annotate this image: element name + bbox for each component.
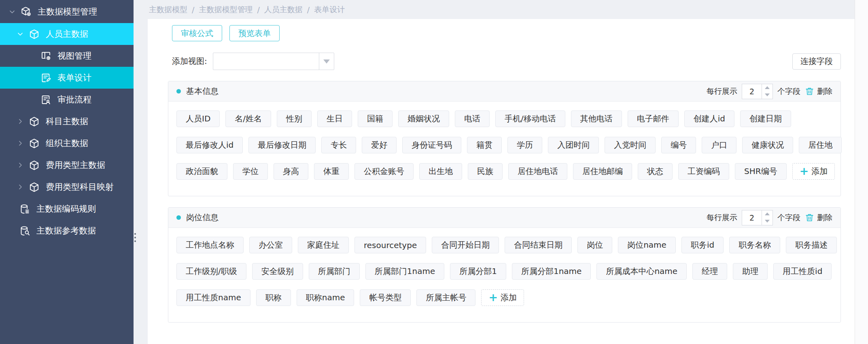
delete-section-button[interactable]: 删除 (805, 212, 832, 223)
field-chip[interactable]: 居住地 (799, 137, 842, 153)
field-chip[interactable]: 状态 (638, 163, 673, 180)
sidebar-item-organization-master-data[interactable]: 组织主数据 (0, 132, 134, 154)
breadcrumb-item[interactable]: 人员主数据 (264, 4, 303, 15)
field-chip[interactable]: 所属部门 (309, 263, 360, 280)
field-chip[interactable]: 婚姻状况 (398, 110, 449, 127)
field-chip[interactable]: 所属成本中心name (596, 263, 687, 280)
sidebar-item-expense-type-master-data[interactable]: 费用类型主数据 (0, 154, 134, 176)
field-chip[interactable]: 家庭住址 (298, 237, 349, 253)
field-chip[interactable]: 体重 (314, 163, 349, 180)
field-chip[interactable]: 编号 (661, 137, 696, 153)
field-chip[interactable]: 所属部门1name (365, 263, 444, 280)
field-chip[interactable]: 帐号类型 (360, 289, 411, 306)
sidebar-item-personnel-master-data[interactable]: 人员主数据 (0, 23, 134, 45)
field-chip[interactable]: 手机/移动电话 (495, 110, 565, 127)
field-chip[interactable]: 用工性质id (773, 263, 832, 280)
field-chip[interactable]: SHR编号 (735, 163, 787, 180)
field-chip[interactable]: 专长 (321, 137, 356, 153)
field-chip[interactable]: 工作级别/职级 (176, 263, 246, 280)
field-chip[interactable]: 爱好 (362, 137, 397, 153)
sidebar-resize-handle[interactable] (133, 233, 137, 242)
sidebar-item-subject-master-data[interactable]: 科目主数据 (0, 110, 134, 132)
chevron-right-icon[interactable] (16, 161, 24, 169)
sidebar-item-master-data-model-management[interactable]: 主数据模型管理 (0, 0, 134, 23)
chevron-right-icon[interactable] (16, 183, 24, 191)
field-chip[interactable]: 所属分部1 (450, 263, 506, 280)
add-view-select[interactable] (213, 53, 334, 70)
field-chip[interactable]: 岗位 (577, 237, 612, 253)
decrement-button[interactable] (762, 91, 772, 99)
field-chip[interactable]: 安全级别 (252, 263, 303, 280)
sidebar-item-expense-type-subject-mapping[interactable]: 费用类型科目映射 (0, 176, 134, 198)
field-chip[interactable]: 最后修改日期 (248, 137, 316, 153)
field-chip[interactable]: 学历 (507, 137, 542, 153)
field-chip[interactable]: 健康状况 (742, 137, 793, 153)
field-chip[interactable]: 职务名称 (729, 237, 780, 253)
field-chip[interactable]: 最后修改人id (176, 137, 243, 153)
chevron-down-icon[interactable] (16, 30, 24, 38)
increment-button[interactable] (762, 84, 772, 91)
preview-form-button[interactable]: 预览表单 (229, 25, 280, 41)
chevron-right-icon[interactable] (16, 139, 24, 147)
field-chip[interactable]: 工资编码 (678, 163, 729, 180)
field-chip[interactable]: 身份证号码 (402, 137, 461, 153)
chevron-down-icon[interactable] (319, 53, 334, 70)
field-chip[interactable]: 其他电话 (571, 110, 622, 127)
field-chip[interactable]: 工作地点名称 (176, 237, 244, 253)
field-chip[interactable]: 性别 (277, 110, 312, 127)
sidebar-item-view-management[interactable]: 视图管理 (0, 45, 134, 67)
breadcrumb-item[interactable]: 主数据模型管理 (199, 4, 253, 15)
field-chip[interactable]: 身高 (274, 163, 308, 180)
add-field-button[interactable]: +添加 (792, 163, 835, 180)
delete-section-button[interactable]: 删除 (805, 86, 832, 97)
add-field-button[interactable]: +添加 (481, 289, 524, 306)
per-row-count-input[interactable]: 2 (742, 84, 773, 99)
audit-formula-button[interactable]: 审核公式 (172, 25, 222, 41)
sidebar-item-approval-process[interactable]: 审批流程 (0, 89, 134, 110)
field-chip[interactable]: 民族 (468, 163, 503, 180)
field-chip[interactable]: 创建人id (684, 110, 734, 127)
field-chip[interactable]: 合同开始日期 (432, 237, 499, 253)
breadcrumb-item[interactable]: 表单设计 (314, 4, 345, 15)
field-chip[interactable]: 国籍 (358, 110, 393, 127)
field-chip[interactable]: 所属分部1name (512, 263, 591, 280)
sidebar-item-master-data-coding-rules[interactable]: 主数据编码规则 (0, 198, 134, 220)
chevron-right-icon[interactable] (16, 117, 24, 125)
sidebar-item-form-design[interactable]: 表单设计 (0, 67, 134, 89)
field-chip[interactable]: 电话 (455, 110, 490, 127)
field-chip[interactable]: 居住地电话 (508, 163, 567, 180)
increment-button[interactable] (762, 210, 772, 218)
field-chip[interactable]: 创建日期 (740, 110, 791, 127)
field-chip[interactable]: 出生地 (419, 163, 462, 180)
field-chip[interactable]: 经理 (692, 263, 727, 280)
field-chip[interactable]: 公积金账号 (354, 163, 414, 180)
field-chip[interactable]: 职称name (297, 289, 354, 306)
per-row-count-input[interactable]: 2 (742, 210, 773, 225)
chevron-down-icon[interactable] (8, 8, 16, 16)
field-chip[interactable]: 办公室 (249, 237, 292, 253)
field-chip[interactable]: resourcetype (354, 237, 426, 253)
connect-fields-button[interactable]: 连接字段 (792, 53, 841, 70)
field-chip[interactable]: 用工性质name (176, 289, 250, 306)
field-chip[interactable]: 学位 (233, 163, 268, 180)
field-chip[interactable]: 户口 (702, 137, 736, 153)
field-chip[interactable]: 入党时间 (605, 137, 656, 153)
field-chip[interactable]: 职务id (681, 237, 724, 253)
field-chip[interactable]: 电子邮件 (628, 110, 679, 127)
sidebar-item-master-data-reference-data[interactable]: 主数据参考数据 (0, 220, 134, 242)
vertical-scrollbar[interactable] (855, 0, 868, 344)
field-chip[interactable]: 居住地邮编 (573, 163, 632, 180)
field-chip[interactable]: 合同结束日期 (505, 237, 572, 253)
field-chip[interactable]: 助理 (733, 263, 768, 280)
field-chip[interactable]: 入团时间 (548, 137, 599, 153)
decrement-button[interactable] (762, 218, 772, 225)
field-chip[interactable]: 职称 (256, 289, 291, 306)
field-chip[interactable]: 职务描述 (786, 237, 837, 253)
field-chip[interactable]: 生日 (317, 110, 352, 127)
field-chip[interactable]: 所属主帐号 (416, 289, 475, 306)
field-chip[interactable]: 政治面貌 (176, 163, 227, 180)
field-chip[interactable]: 岗位name (618, 237, 676, 253)
field-chip[interactable]: 籍贯 (467, 137, 502, 153)
field-chip[interactable]: 名/姓名 (225, 110, 271, 127)
breadcrumb-item[interactable]: 主数据模型 (149, 4, 187, 15)
